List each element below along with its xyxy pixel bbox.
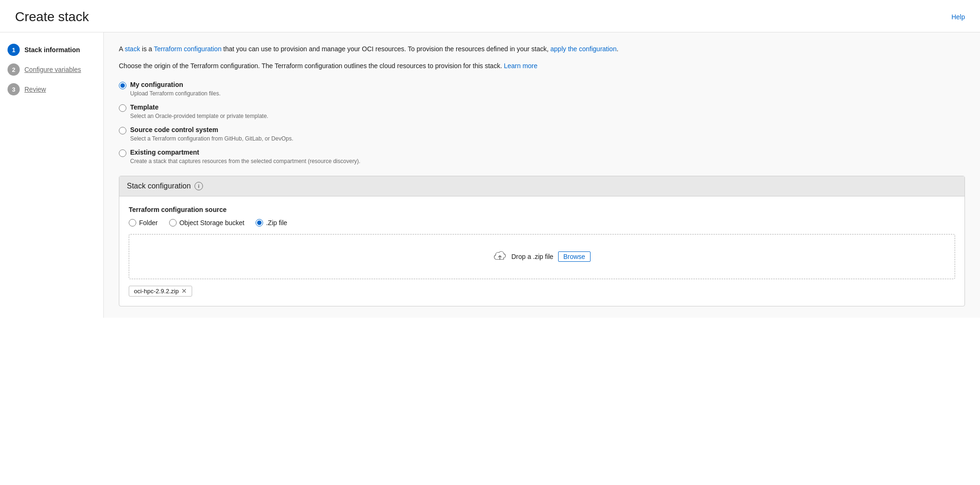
radio-my-config[interactable] <box>119 82 126 89</box>
source-radio-object-storage: Object Storage bucket <box>169 219 245 227</box>
sidebar-step-label-3: Review <box>24 86 46 93</box>
radio-object-storage-label[interactable]: Object Storage bucket <box>179 219 245 227</box>
stack-config-title: Stack configuration <box>127 182 191 190</box>
radio-my-config-desc: Upload Terraform configuration files. <box>130 90 965 97</box>
content-area: A stack is a Terraform configuration tha… <box>103 32 980 318</box>
main-content: 1 Stack information 2 Configure variable… <box>0 32 980 318</box>
radio-source-code-desc: Select a Terraform configuration from Gi… <box>130 135 965 142</box>
choose-origin-text: Choose the origin of the Terraform confi… <box>119 61 965 71</box>
radio-item-my-config: My configuration Upload Terraform config… <box>119 81 965 97</box>
radio-existing-compartment-desc: Create a stack that captures resources f… <box>130 158 965 164</box>
radio-template-desc: Select an Oracle-provided template or pr… <box>130 113 965 119</box>
radio-item-template: Template Select an Oracle-provided templ… <box>119 103 965 119</box>
drop-zone[interactable]: Drop a .zip file Browse <box>129 234 955 279</box>
stack-link[interactable]: stack <box>124 45 140 53</box>
file-tag: oci-hpc-2.9.2.zip ✕ <box>129 286 192 297</box>
sidebar-step-label-2: Configure variables <box>24 66 81 73</box>
radio-source-code[interactable] <box>119 127 126 134</box>
file-tag-close-button[interactable]: ✕ <box>181 288 187 294</box>
radio-object-storage[interactable] <box>169 219 177 227</box>
terraform-config-link[interactable]: Terraform configuration <box>154 45 221 53</box>
sidebar-item-review[interactable]: 3 Review <box>8 83 96 95</box>
radio-template[interactable] <box>119 104 126 112</box>
drop-zone-text: Drop a .zip file <box>511 253 553 260</box>
step-circle-3: 3 <box>8 83 20 95</box>
sidebar: 1 Stack information 2 Configure variable… <box>0 32 103 318</box>
intro-paragraph: A stack is a Terraform configuration tha… <box>119 44 965 54</box>
radio-item-source-code: Source code control system Select a Terr… <box>119 126 965 142</box>
page-header: Create stack Help <box>0 0 980 32</box>
browse-button[interactable]: Browse <box>558 251 591 262</box>
learn-more-link[interactable]: Learn more <box>504 62 537 70</box>
apply-config-link[interactable]: apply the configuration <box>551 45 617 53</box>
upload-icon <box>493 250 506 264</box>
step-circle-2: 2 <box>8 63 20 76</box>
origin-radio-group: My configuration Upload Terraform config… <box>119 81 965 164</box>
radio-template-label: Template <box>130 103 158 111</box>
source-radio-group: Folder Object Storage bucket .Zip file <box>129 219 955 227</box>
radio-zip-file[interactable] <box>256 219 263 227</box>
source-radio-zip-file: .Zip file <box>256 219 287 227</box>
sidebar-step-label-1: Stack information <box>24 46 80 54</box>
info-icon: i <box>194 182 203 190</box>
sidebar-item-configure-variables[interactable]: 2 Configure variables <box>8 63 96 76</box>
page-title: Create stack <box>15 9 89 24</box>
step-circle-1: 1 <box>8 44 20 56</box>
radio-my-config-label: My configuration <box>130 81 183 88</box>
radio-existing-compartment-label: Existing compartment <box>130 149 199 156</box>
uploaded-file-container: oci-hpc-2.9.2.zip ✕ <box>129 286 955 297</box>
help-link[interactable]: Help <box>951 13 965 21</box>
stack-config-body: Terraform configuration source Folder Ob… <box>119 196 964 306</box>
radio-folder-label[interactable]: Folder <box>139 219 158 227</box>
radio-existing-compartment[interactable] <box>119 149 126 157</box>
file-name: oci-hpc-2.9.2.zip <box>134 288 179 295</box>
stack-config-header: Stack configuration i <box>119 176 964 196</box>
terraform-source-label: Terraform configuration source <box>129 206 955 213</box>
sidebar-item-stack-information[interactable]: 1 Stack information <box>8 44 96 56</box>
source-radio-folder: Folder <box>129 219 158 227</box>
radio-source-code-label: Source code control system <box>130 126 218 133</box>
radio-zip-file-label[interactable]: .Zip file <box>266 219 287 227</box>
radio-folder[interactable] <box>129 219 136 227</box>
radio-item-existing-compartment: Existing compartment Create a stack that… <box>119 149 965 164</box>
stack-config-section: Stack configuration i Terraform configur… <box>119 176 965 306</box>
